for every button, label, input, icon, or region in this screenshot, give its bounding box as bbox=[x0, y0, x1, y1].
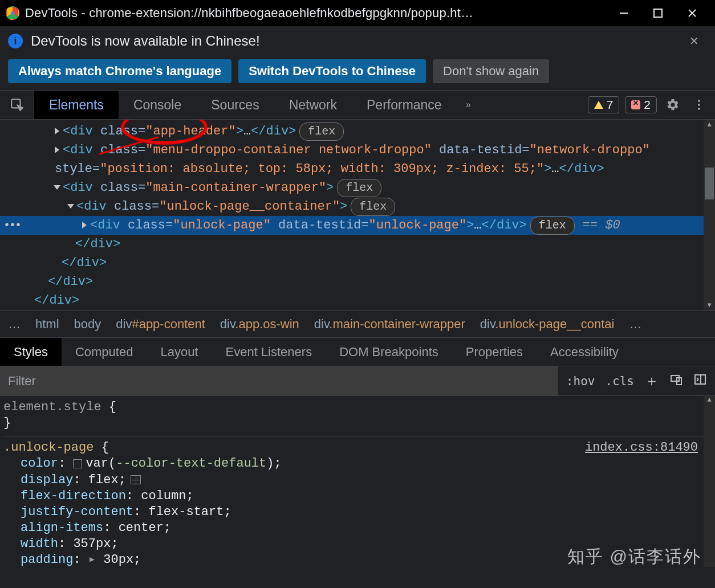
tab-performance[interactable]: Performance bbox=[352, 91, 457, 119]
css-declaration[interactable]: align-items: center; bbox=[3, 520, 715, 536]
language-infobar: i DevTools is now available in Chinese! … bbox=[0, 26, 715, 52]
subtab-computed[interactable]: Computed bbox=[62, 338, 147, 366]
rule-source-link[interactable]: index.css:81490 bbox=[585, 440, 698, 456]
css-declaration[interactable]: color: var(--color-text-default); bbox=[3, 456, 715, 472]
css-declaration[interactable]: flex-direction: column; bbox=[3, 488, 715, 504]
errors-count: 2 bbox=[644, 98, 651, 112]
dom-node[interactable]: <div class="unlock-page__container">flex bbox=[68, 197, 715, 216]
tab-network[interactable]: Network bbox=[274, 91, 352, 119]
svg-point-5 bbox=[698, 100, 700, 102]
dom-node-selected[interactable]: <div class="unlock-page" data-testid="un… bbox=[0, 216, 715, 235]
infobar-actions: Always match Chrome's language Switch De… bbox=[0, 52, 715, 90]
subtab-properties[interactable]: Properties bbox=[452, 338, 537, 366]
warnings-badge[interactable]: 7 bbox=[588, 96, 620, 113]
cls-toggle[interactable]: .cls bbox=[605, 374, 634, 388]
dom-close[interactable]: </div> bbox=[62, 254, 715, 272]
subtab-accessibility[interactable]: Accessibility bbox=[537, 338, 632, 366]
css-rule-close: } bbox=[3, 415, 715, 431]
styles-filter-input[interactable] bbox=[0, 366, 558, 395]
infobar-message: DevTools is now available in Chinese! bbox=[31, 33, 260, 49]
new-style-rule-icon[interactable]: ＋ bbox=[644, 371, 659, 391]
subtab-dom-breakpoints[interactable]: DOM Breakpoints bbox=[326, 338, 452, 366]
scroll-thumb[interactable] bbox=[705, 168, 714, 199]
errors-badge[interactable]: 2 bbox=[625, 96, 657, 113]
breadcrumb-item[interactable]: div.unlock-page__contai bbox=[480, 317, 615, 332]
styles-pane-tabs: Styles Computed Layout Event Listeners D… bbox=[0, 338, 715, 366]
warnings-count: 7 bbox=[607, 98, 614, 112]
dom-node-cont[interactable]: style="position: absolute; top: 58px; wi… bbox=[55, 160, 715, 178]
device-toolbar-icon[interactable] bbox=[669, 373, 683, 389]
warning-icon bbox=[594, 101, 603, 109]
hov-toggle[interactable]: :hov bbox=[566, 374, 595, 388]
dom-close[interactable]: </div> bbox=[75, 235, 715, 254]
styles-rules[interactable]: element.style { } index.css:81490 .unloc… bbox=[0, 396, 715, 567]
dom-close[interactable]: </div> bbox=[48, 272, 715, 291]
css-rule[interactable]: element.style { bbox=[3, 399, 715, 415]
switch-devtools-language-button[interactable]: Switch DevTools to Chinese bbox=[238, 59, 426, 83]
color-swatch-icon[interactable] bbox=[73, 459, 82, 468]
infobar-close-icon[interactable]: ✕ bbox=[681, 31, 707, 51]
breadcrumb-overflow[interactable]: … bbox=[8, 317, 21, 332]
dont-show-again-button[interactable]: Don't show again bbox=[433, 59, 549, 83]
error-icon bbox=[631, 100, 640, 109]
panel-tabs: Elements Console Sources Network Perform… bbox=[34, 91, 480, 119]
watermark-text: 知乎 @话李话外 bbox=[567, 545, 701, 569]
close-button[interactable] bbox=[684, 5, 700, 21]
tab-console[interactable]: Console bbox=[119, 91, 196, 119]
toggle-pane-icon[interactable] bbox=[693, 373, 707, 389]
scroll-down-icon[interactable]: ▼ bbox=[704, 300, 715, 311]
svg-point-7 bbox=[698, 108, 700, 110]
subtab-layout[interactable]: Layout bbox=[147, 338, 212, 366]
window-title: DevTools - chrome-extension://nkbihfbeog… bbox=[25, 6, 616, 21]
settings-gear-icon[interactable] bbox=[663, 98, 683, 112]
devtools-toolbar: Elements Console Sources Network Perform… bbox=[0, 90, 715, 120]
elements-dom-tree[interactable]: <div class="app-header">…</div>flex <div… bbox=[0, 120, 715, 311]
svg-rect-1 bbox=[654, 9, 662, 17]
dom-breadcrumb[interactable]: … html body div#app-content div.app.os-w… bbox=[0, 311, 715, 338]
dom-node[interactable]: <div class="app-header">…</div>flex bbox=[55, 122, 715, 141]
breadcrumb-overflow[interactable]: … bbox=[629, 317, 641, 332]
window-titlebar: DevTools - chrome-extension://nkbihfbeog… bbox=[0, 0, 715, 26]
minimize-button[interactable] bbox=[616, 5, 632, 21]
breadcrumb-item[interactable]: div.main-container-wrapper bbox=[314, 317, 465, 332]
breadcrumb-item[interactable]: body bbox=[74, 317, 101, 332]
scroll-up-icon[interactable]: ▲ bbox=[704, 120, 715, 130]
tab-sources[interactable]: Sources bbox=[196, 91, 274, 119]
more-options-icon[interactable] bbox=[689, 98, 709, 112]
scroll-up-icon[interactable]: ▲ bbox=[704, 396, 715, 406]
breadcrumb-item[interactable]: div#app-content bbox=[116, 317, 205, 332]
dom-close[interactable]: </div> bbox=[34, 291, 715, 310]
css-declaration[interactable]: display: flex; bbox=[3, 472, 715, 488]
breadcrumb-item[interactable]: div.app.os-win bbox=[220, 317, 299, 332]
tabs-overflow-icon[interactable]: » bbox=[457, 91, 480, 119]
info-icon: i bbox=[8, 34, 23, 48]
svg-point-6 bbox=[698, 104, 700, 106]
tab-elements[interactable]: Elements bbox=[34, 91, 119, 119]
maximize-button[interactable] bbox=[650, 5, 666, 21]
css-rule[interactable]: index.css:81490 .unlock-page { bbox=[3, 440, 715, 456]
dom-node[interactable]: <div class="main-container-wrapper">flex bbox=[55, 178, 715, 197]
css-declaration[interactable]: justify-content: flex-start; bbox=[3, 504, 715, 520]
always-match-language-button[interactable]: Always match Chrome's language bbox=[8, 59, 231, 83]
inspect-element-button[interactable] bbox=[0, 91, 34, 119]
dom-scrollbar[interactable]: ▲ ▼ bbox=[704, 120, 715, 311]
styles-filter-row: :hov .cls ＋ bbox=[0, 366, 715, 396]
chrome-icon bbox=[6, 6, 19, 20]
breadcrumb-item[interactable]: html bbox=[35, 317, 59, 332]
flex-editor-icon[interactable] bbox=[131, 475, 141, 484]
dom-node[interactable]: <div class="menu-droppo-container networ… bbox=[55, 141, 715, 160]
styles-scrollbar[interactable]: ▲ bbox=[704, 396, 715, 567]
subtab-styles[interactable]: Styles bbox=[0, 338, 62, 366]
subtab-event-listeners[interactable]: Event Listeners bbox=[212, 338, 326, 366]
